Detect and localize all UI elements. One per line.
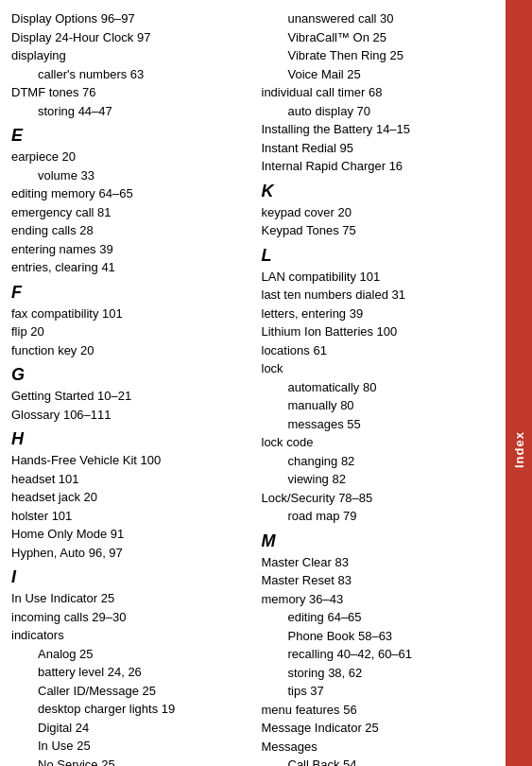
entry: editing 64–65	[262, 608, 495, 627]
entry: manually 80	[262, 396, 495, 415]
entry: automatically 80	[262, 378, 495, 397]
entry: recalling 40–42, 60–61	[262, 645, 495, 664]
entry: Master Reset 83	[262, 571, 495, 590]
section-header-l: L	[262, 246, 495, 266]
entry: caller's numbers 63	[11, 65, 245, 84]
entry: Lock/Security 78–85	[262, 489, 495, 508]
index-tab-label: Index	[512, 431, 526, 468]
section-header-i: I	[11, 567, 245, 587]
entry: Voice Mail 25	[262, 65, 495, 84]
entry: viewing 82	[262, 470, 495, 489]
entry: Installing the Battery 14–15	[262, 120, 495, 139]
entry: Master Clear 83	[262, 553, 495, 572]
section-i-cont: unanswered call 30 VibraCall™ On 25 Vibr…	[262, 9, 495, 176]
section-h: H Hands-Free Vehicle Kit 100 headset 101…	[11, 429, 245, 562]
entry: fax compatibility 101	[11, 305, 245, 323]
entry: Home Only Mode 91	[11, 525, 245, 544]
entry: storing 38, 62	[262, 664, 495, 683]
entry: Phone Book 58–63	[262, 627, 495, 646]
entry: editing memory 64–65	[11, 184, 245, 203]
entry: No Service 25	[11, 756, 245, 767]
section-e: E earpiece 20 volume 33 editing memory 6…	[11, 126, 245, 277]
entry: unanswered call 30	[262, 9, 495, 28]
entry: Call Back 54	[262, 756, 495, 766]
entry: last ten numbers dialed 31	[262, 286, 495, 305]
section-m: M Master Clear 83 Master Reset 83 memory…	[262, 531, 495, 767]
section-f: F fax compatibility 101 flip 20 function…	[11, 283, 245, 360]
entry: Getting Started 10–21	[11, 387, 245, 406]
entry: holster 101	[11, 507, 245, 526]
section-i: I In Use Indicator 25 incoming calls 29–…	[11, 567, 245, 766]
entry: locations 61	[262, 341, 495, 360]
entry: headset jack 20	[11, 488, 245, 507]
entry: Instant Redial 95	[262, 139, 495, 158]
entry: displaying	[11, 46, 245, 65]
entry: battery level 24, 26	[11, 663, 245, 682]
entry: entering names 39	[11, 240, 245, 259]
section-d: Display Options 96–97 Display 24-Hour Cl…	[11, 9, 245, 120]
entry: Analog 25	[11, 645, 245, 664]
section-header-f: F	[11, 283, 245, 303]
section-header-g: G	[11, 365, 245, 385]
section-header-k: K	[262, 182, 495, 201]
entry: ending calls 28	[11, 221, 245, 240]
entry: In Use Indicator 25	[11, 589, 245, 608]
section-l: L LAN compatibility 101 last ten numbers…	[262, 246, 495, 526]
entry: Messages	[262, 738, 495, 757]
index-tab: Index	[506, 0, 532, 766]
entry: Display 24-Hour Clock 97	[11, 28, 245, 47]
entry: Hands-Free Vehicle Kit 100	[11, 451, 245, 470]
entry: auto display 70	[262, 102, 495, 121]
section-header-h: H	[11, 429, 245, 449]
entry: LAN compatibility 101	[262, 268, 495, 287]
entry: volume 33	[11, 166, 245, 185]
entry: storing 44–47	[11, 102, 245, 121]
section-header-m: M	[262, 531, 495, 551]
entry: changing 82	[262, 452, 495, 471]
entry: messages 55	[262, 415, 495, 434]
entry: keypad cover 20	[262, 203, 495, 222]
entry: desktop charger lights 19	[11, 700, 245, 719]
entry: emergency call 81	[11, 203, 245, 222]
index-content: Display Options 96–97 Display 24-Hour Cl…	[0, 0, 506, 766]
entry: lock code	[262, 433, 495, 452]
entry: Caller ID/Message 25	[11, 682, 245, 701]
entry: Digital 24	[11, 719, 245, 738]
entry: menu features 56	[262, 701, 495, 720]
entry: Message Indicator 25	[262, 719, 495, 738]
entry: In Use 25	[11, 737, 245, 756]
entry: memory 36–43	[262, 590, 495, 609]
entry: lock	[262, 359, 495, 378]
section-g: G Getting Started 10–21 Glossary 106–111	[11, 365, 245, 424]
entry: VibraCall™ On 25	[262, 28, 495, 47]
entry: entries, clearing 41	[11, 258, 245, 277]
entry: Keypad Tones 75	[262, 221, 495, 240]
entry: Internal Rapid Charger 16	[262, 157, 495, 176]
entry: flip 20	[11, 322, 245, 341]
entry: individual call timer 68	[262, 83, 495, 102]
section-k: K keypad cover 20 Keypad Tones 75	[262, 182, 495, 240]
entry: indicators	[11, 626, 245, 645]
entry: tips 37	[262, 682, 495, 701]
entry: function key 20	[11, 341, 245, 360]
entry: road map 79	[262, 507, 495, 526]
entry: incoming calls 29–30	[11, 608, 245, 627]
entry: Lithium Ion Batteries 100	[262, 322, 495, 341]
entry: Glossary 106–111	[11, 406, 245, 425]
entry: Hyphen, Auto 96, 97	[11, 544, 245, 563]
entry: DTMF tones 76	[11, 83, 245, 102]
entry: headset 101	[11, 470, 245, 489]
section-header-e: E	[11, 126, 245, 146]
entry: Display Options 96–97	[11, 9, 245, 28]
entry: letters, entering 39	[262, 305, 495, 323]
entry: earpiece 20	[11, 148, 245, 166]
entry: Vibrate Then Ring 25	[262, 46, 495, 65]
